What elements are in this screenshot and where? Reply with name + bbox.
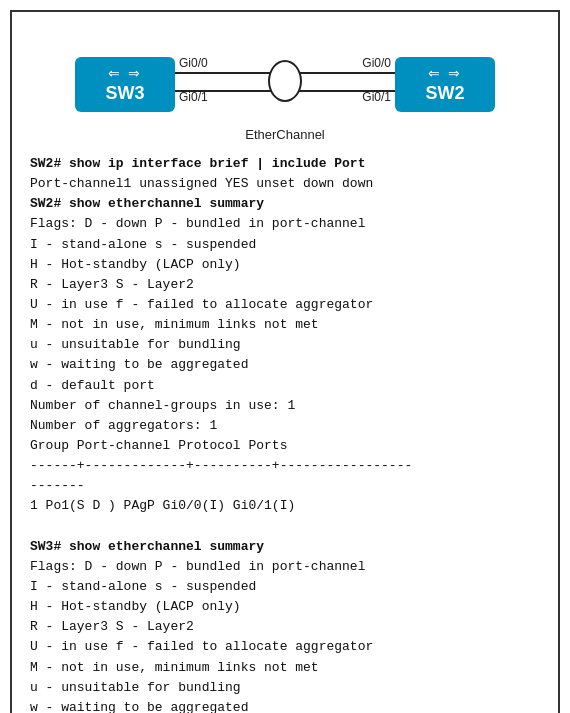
etherchannel-oval xyxy=(268,60,302,102)
sw3-flags-w-line: w - waiting to be aggregated xyxy=(30,698,540,713)
flags-header-line: Flags: D - down P - bundled in port-chan… xyxy=(30,214,540,234)
sw2-out1-line: Port-channel1 unassigned YES unset down … xyxy=(30,174,540,194)
flags-u-line: U - in use f - failed to allocate aggreg… xyxy=(30,295,540,315)
sw3-cmd1-line: SW3# show etherchannel summary xyxy=(30,537,540,557)
sw3-flags-r-line: R - Layer3 S - Layer2 xyxy=(30,617,540,637)
page-container: ⇐ ⇒ SW3 ⇐ ⇒ SW2 Gi0/0 Gi0/1 Gi0/0 Gi0/1 … xyxy=(10,10,560,713)
sw2-cmd1-line: SW2# show ip interface brief | include P… xyxy=(30,154,540,174)
diagram-section: ⇐ ⇒ SW3 ⇐ ⇒ SW2 Gi0/0 Gi0/1 Gi0/0 Gi0/1 … xyxy=(12,22,558,142)
etherchannel-label: EtherChannel xyxy=(245,127,325,142)
flags-w-line: w - waiting to be aggregated xyxy=(30,355,540,375)
num-channel-groups-line: Number of channel-groups in use: 1 xyxy=(30,396,540,416)
switch-sw2: ⇐ ⇒ SW2 xyxy=(395,57,495,112)
sw3-cmd1-text: SW3# show etherchannel summary xyxy=(30,539,264,554)
sw3-flags-u-line: U - in use f - failed to allocate aggreg… xyxy=(30,637,540,657)
diagram-inner: ⇐ ⇒ SW3 ⇐ ⇒ SW2 Gi0/0 Gi0/1 Gi0/0 Gi0/1 … xyxy=(75,32,495,142)
separator-line: ------+-------------+----------+--------… xyxy=(30,456,540,496)
switch-sw3-arrows: ⇐ ⇒ xyxy=(108,65,142,81)
flags-m-line: M - not in use, minimum links not met xyxy=(30,315,540,335)
sw3-flags-i-line: I - stand-alone s - suspended xyxy=(30,577,540,597)
flags-h-line: H - Hot-standby (LACP only) xyxy=(30,255,540,275)
sw2-cmd2-line: SW2# show etherchannel summary xyxy=(30,194,540,214)
terminal-output: SW2# show ip interface brief | include P… xyxy=(12,142,558,713)
num-aggregators-line: Number of aggregators: 1 xyxy=(30,416,540,436)
switch-sw2-label: SW2 xyxy=(425,83,464,104)
flags-lower-u-line: u - unsuitable for bundling xyxy=(30,335,540,355)
port-gi00-right: Gi0/0 xyxy=(362,56,391,70)
sw3-flags-m-line: M - not in use, minimum links not met xyxy=(30,658,540,678)
switch-sw3-label: SW3 xyxy=(105,83,144,104)
sw3-flags-h-line: H - Hot-standby (LACP only) xyxy=(30,597,540,617)
flags-i-line: I - stand-alone s - suspended xyxy=(30,235,540,255)
sw3-flags-lower-u-line: u - unsuitable for bundling xyxy=(30,678,540,698)
port-gi00-left: Gi0/0 xyxy=(179,56,208,70)
group-row-line: 1 Po1(S D ) PAgP Gi0/0(I) Gi0/1(I) xyxy=(30,496,540,516)
group-header-line: Group Port-channel Protocol Ports xyxy=(30,436,540,456)
switch-sw2-arrows: ⇐ ⇒ xyxy=(428,65,462,81)
port-gi01-right: Gi0/1 xyxy=(362,90,391,104)
switch-sw3: ⇐ ⇒ SW3 xyxy=(75,57,175,112)
flags-d-line: d - default port xyxy=(30,376,540,396)
flags-r-line: R - Layer3 S - Layer2 xyxy=(30,275,540,295)
sw2-cmd1-text: SW2# show ip interface brief | include P… xyxy=(30,156,365,171)
sw3-flags-header-line: Flags: D - down P - bundled in port-chan… xyxy=(30,557,540,577)
port-gi01-left: Gi0/1 xyxy=(179,90,208,104)
sw2-cmd2-text: SW2# show etherchannel summary xyxy=(30,196,264,211)
